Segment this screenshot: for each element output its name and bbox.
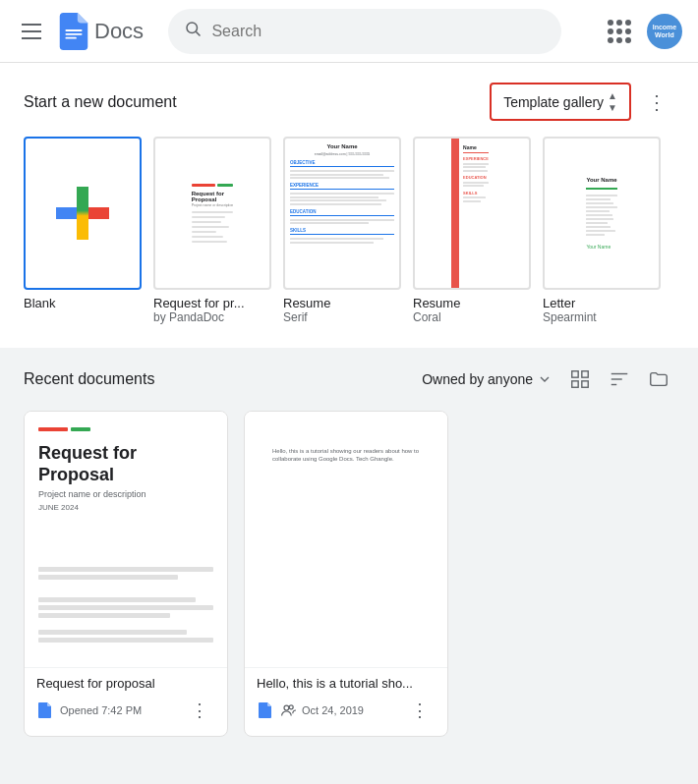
header-right: Income World <box>600 12 682 51</box>
template-card-blank[interactable]: Blank <box>24 137 142 324</box>
template-gallery-button[interactable]: Template gallery ▲ ▼ <box>490 83 631 121</box>
header: Docs Income World <box>0 0 698 63</box>
rfp-doc-preview: Request forProposal Project name or desc… <box>38 427 213 643</box>
svg-point-12 <box>284 705 289 710</box>
template-thumb-resume-serif: Your Name email@address.com | 555-555-55… <box>283 137 401 290</box>
svg-rect-2 <box>65 36 76 38</box>
template-cards: Blank Request forProposal Project name o… <box>24 137 674 324</box>
svg-rect-5 <box>572 371 578 377</box>
meta-text-tutorial: Oct 24, 2019 <box>302 704 364 716</box>
owned-by-button[interactable]: Owned by anyone <box>422 371 553 387</box>
docs-logo-icon <box>59 13 88 50</box>
shared-icon-tutorial <box>280 702 296 718</box>
gallery-arrows-icon: ▲ ▼ <box>608 90 617 113</box>
recent-card-title-rfp: Request for proposal <box>36 676 215 691</box>
spearmint-letter-preview: Your Name Your Name <box>580 171 622 255</box>
recent-header-right: Owned by anyone <box>422 364 674 395</box>
svg-point-13 <box>289 705 293 709</box>
app-name: Docs <box>94 19 144 44</box>
coral-sidebar <box>451 139 459 288</box>
recent-card-footer-rfp: Request for proposal Opened 7:42 PM ⋮ <box>25 667 227 736</box>
sort-button[interactable] <box>604 364 635 395</box>
coral-main: Name EXPERIENCE EDUCATION SKILLS <box>459 139 493 288</box>
blank-plus-area <box>26 139 140 288</box>
grid-view-button[interactable] <box>564 364 596 395</box>
svg-point-3 <box>187 23 198 33</box>
apps-icon[interactable] <box>600 12 639 51</box>
template-subname-letter: Spearmint <box>543 310 661 324</box>
recent-section: Recent documents Owned by anyone <box>0 364 698 760</box>
grid-dots <box>608 20 631 43</box>
template-card-resume-coral[interactable]: Name EXPERIENCE EDUCATION SKILLS <box>413 137 531 324</box>
tutorial-doc-preview: Hello, this is a tutorial showing our re… <box>259 427 434 483</box>
owned-by-label: Owned by anyone <box>422 371 533 387</box>
recent-card-footer-tutorial: Hello, this is a tutorial sho... <box>245 667 447 736</box>
template-thumb-letter: Your Name Your Name <box>543 137 661 290</box>
template-thumb-rfp: Request forProposal Project name or desc… <box>153 137 271 290</box>
template-section: Start a new document Template gallery ▲ … <box>0 63 698 348</box>
template-name-rfp: Request for pr... <box>153 296 271 310</box>
recent-cards: Request forProposal Project name or desc… <box>24 411 674 737</box>
rfp-preview: Request forProposal Project name or desc… <box>186 176 240 251</box>
recent-card-preview-tutorial: Hello, this is a tutorial showing our re… <box>245 412 447 667</box>
google-plus-icon <box>56 187 109 240</box>
template-more-button[interactable]: ⋮ <box>639 84 674 120</box>
more-options-rfp[interactable]: ⋮ <box>184 695 215 726</box>
template-section-title: Start a new document <box>24 93 177 111</box>
doc-icon-tutorial <box>257 701 274 719</box>
recent-card-meta-rfp: Opened 7:42 PM ⋮ <box>36 695 215 726</box>
doc-icon-rfp <box>36 701 54 719</box>
recent-card-meta-tutorial: Oct 24, 2019 ⋮ <box>257 695 436 726</box>
svg-rect-6 <box>582 371 588 377</box>
template-subname-resume-coral: Coral <box>413 310 531 324</box>
search-bar[interactable] <box>168 9 561 54</box>
meta-left-rfp: Opened 7:42 PM <box>36 701 142 719</box>
recent-section-title: Recent documents <box>24 370 154 388</box>
template-thumb-blank <box>24 137 142 290</box>
recent-card-preview-rfp: Request forProposal Project name or desc… <box>25 412 227 667</box>
user-avatar-text: Income World <box>653 24 677 38</box>
user-avatar[interactable]: Income World <box>647 14 682 49</box>
recent-header: Recent documents Owned by anyone <box>24 364 674 395</box>
svg-line-4 <box>197 31 201 35</box>
serif-resume-preview: Your Name email@address.com | 555-555-55… <box>285 139 399 288</box>
recent-card-tutorial[interactable]: Hello, this is a tutorial showing our re… <box>244 411 448 737</box>
coral-resume-preview: Name EXPERIENCE EDUCATION SKILLS <box>451 139 493 288</box>
menu-icon[interactable] <box>16 16 47 47</box>
svg-rect-7 <box>572 381 578 387</box>
svg-rect-0 <box>65 29 82 31</box>
view-icons <box>564 364 674 395</box>
svg-rect-1 <box>65 32 82 34</box>
template-header: Start a new document Template gallery ▲ … <box>24 83 674 121</box>
recent-card-title-tutorial: Hello, this is a tutorial sho... <box>257 676 436 691</box>
recent-card-rfp[interactable]: Request forProposal Project name or desc… <box>24 411 228 737</box>
svg-rect-8 <box>582 381 588 387</box>
template-name-resume-serif: Resume <box>283 296 401 310</box>
template-gallery-label: Template gallery <box>503 94 604 110</box>
meta-text-rfp: Opened 7:42 PM <box>60 704 142 716</box>
folder-button[interactable] <box>643 364 674 395</box>
template-subname-rfp: by PandaDoc <box>153 310 271 324</box>
template-card-letter[interactable]: Your Name Your Name Letter Spe <box>543 137 661 324</box>
chevron-down-icon <box>537 371 553 387</box>
more-options-tutorial[interactable]: ⋮ <box>404 695 436 726</box>
template-name-letter: Letter <box>543 296 661 310</box>
logo-area: Docs <box>59 13 144 50</box>
template-thumb-resume-coral: Name EXPERIENCE EDUCATION SKILLS <box>413 137 531 290</box>
template-card-rfp[interactable]: Request forProposal Project name or desc… <box>153 137 271 324</box>
template-name-resume-coral: Resume <box>413 296 531 310</box>
search-input[interactable] <box>211 23 546 40</box>
template-subname-resume-serif: Serif <box>283 310 401 324</box>
meta-left-tutorial: Oct 24, 2019 <box>257 701 364 719</box>
template-name-blank: Blank <box>24 296 142 310</box>
search-icon <box>184 20 202 42</box>
template-card-resume-serif[interactable]: Your Name email@address.com | 555-555-55… <box>283 137 401 324</box>
template-header-right: Template gallery ▲ ▼ ⋮ <box>490 83 674 121</box>
